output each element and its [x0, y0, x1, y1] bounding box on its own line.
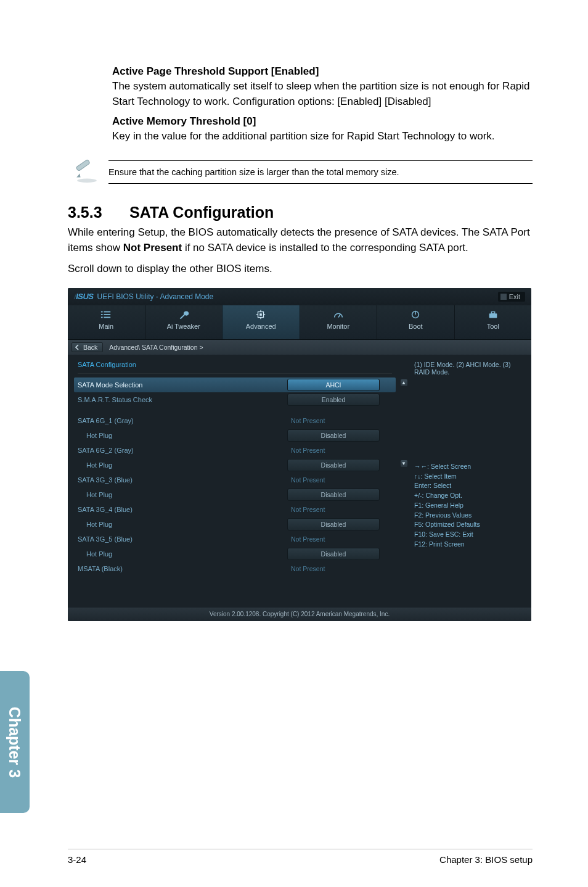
svg-rect-4	[104, 311, 111, 312]
svg-point-0	[77, 179, 97, 183]
back-button[interactable]: Back	[71, 342, 103, 352]
row-sata-mode[interactable]: SATA Mode Selection AHCI	[74, 377, 396, 392]
exit-button[interactable]: Exit	[498, 292, 525, 302]
svg-rect-8	[104, 316, 111, 318]
door-icon	[500, 294, 507, 300]
tab-main[interactable]: Main	[68, 305, 145, 339]
svg-rect-7	[101, 316, 103, 318]
scrollbar[interactable]: ▲ ▼	[399, 355, 408, 608]
tab-advanced[interactable]: Advanced	[223, 305, 300, 339]
svg-rect-6	[104, 314, 111, 315]
bios-help-panel: (1) IDE Mode. (2) AHCI Mode. (3) RAID Mo…	[408, 355, 531, 608]
value-hotplug[interactable]: Disabled	[287, 548, 380, 560]
breadcrumb: Back Advanced\ SATA Configuration >	[68, 340, 531, 355]
bios-screenshot: /ISUS UEFI BIOS Utility - Advanced Mode …	[68, 288, 531, 621]
gauge-icon	[300, 309, 377, 320]
exit-label: Exit	[509, 293, 520, 300]
value-hotplug[interactable]: Disabled	[287, 489, 380, 501]
page-number: 3-24	[68, 854, 86, 865]
bios-settings-panel: SATA Configuration SATA Mode Selection A…	[68, 355, 399, 608]
status-not-present: Not Present	[287, 535, 325, 543]
status-not-present: Not Present	[287, 417, 325, 424]
value-hotplug[interactable]: Disabled	[287, 429, 380, 442]
section-heading: 3.5.3SATA Configuration	[68, 204, 533, 221]
asus-logo: /ISUS	[74, 292, 93, 301]
paragraph: The system automatically set itself to s…	[112, 79, 533, 109]
row-sata2: SATA 6G_2 (Gray) Not Present	[78, 443, 392, 458]
row-sata4: SATA 3G_4 (Blue) Not Present	[78, 502, 392, 517]
section-title: SATA Configuration	[129, 204, 274, 221]
svg-rect-19	[491, 311, 494, 313]
note-callout: Ensure that the caching partition size i…	[74, 158, 533, 186]
note-text: Ensure that the caching partition size i…	[108, 160, 533, 184]
status-not-present: Not Present	[287, 476, 325, 484]
row-sata1-hotplug[interactable]: Hot Plug Disabled	[78, 428, 392, 443]
svg-line-15	[338, 314, 341, 317]
bios-version-footer: Version 2.00.1208. Copyright (C) 2012 Am…	[68, 608, 531, 621]
row-sata5: SATA 3G_5 (Blue) Not Present	[78, 532, 392, 547]
paragraph: Scroll down to display the other BIOS it…	[68, 262, 533, 277]
value-sata-mode[interactable]: AHCI	[287, 379, 380, 391]
row-sata3: SATA 3G_3 (Blue) Not Present	[78, 472, 392, 487]
list-icon	[68, 309, 145, 320]
row-sata3-hotplug[interactable]: Hot Plug Disabled	[78, 487, 392, 502]
key-help: →←: Select Screen ↑↓: Select Item Enter:…	[414, 462, 524, 550]
paragraph: While entering Setup, the BIOS automatic…	[68, 225, 533, 255]
svg-rect-10	[259, 313, 262, 316]
row-sata2-hotplug[interactable]: Hot Plug Disabled	[78, 458, 392, 472]
status-not-present: Not Present	[287, 565, 325, 572]
option-description: (1) IDE Mode. (2) AHCI Mode. (3) RAID Mo…	[414, 361, 524, 376]
row-sata5-hotplug[interactable]: Hot Plug Disabled	[78, 547, 392, 561]
svg-rect-3	[101, 311, 103, 312]
value-smart[interactable]: Enabled	[287, 394, 380, 406]
power-icon	[377, 309, 454, 320]
footer-chapter: Chapter 3: BIOS setup	[439, 854, 533, 865]
value-hotplug[interactable]: Disabled	[287, 459, 380, 471]
row-sata4-hotplug[interactable]: Hot Plug Disabled	[78, 517, 392, 532]
tab-tool[interactable]: Tool	[455, 305, 532, 339]
row-smart[interactable]: S.M.A.R.T. Status Check Enabled	[78, 392, 392, 407]
svg-rect-1	[76, 159, 90, 171]
paragraph: Key in the value for the additional part…	[112, 129, 533, 144]
subheading-active-memory: Active Memory Threshold [0]	[112, 115, 533, 128]
page-footer: 3-24 Chapter 3: BIOS setup	[68, 849, 533, 865]
bios-titlebar: /ISUS UEFI BIOS Utility - Advanced Mode …	[68, 288, 531, 305]
bios-main-menu: Main Ai Tweaker Advanced Monitor Boot To…	[68, 305, 531, 340]
subheading-active-page: Active Page Threshold Support [Enabled]	[112, 65, 533, 78]
bios-title: UEFI BIOS Utility - Advanced Mode	[97, 292, 213, 301]
panel-heading: SATA Configuration	[78, 361, 392, 374]
svg-marker-2	[76, 173, 80, 177]
note-pencil-icon	[74, 158, 108, 186]
breadcrumb-path: Advanced\ SATA Configuration >	[109, 344, 203, 351]
svg-rect-18	[489, 313, 497, 318]
toolbox-icon	[455, 309, 532, 320]
tab-monitor[interactable]: Monitor	[300, 305, 378, 339]
chapter-side-tab: Chapter 3	[0, 671, 30, 813]
arrow-left-icon	[75, 344, 81, 350]
svg-rect-5	[101, 314, 103, 315]
row-msata: MSATA (Black) Not Present	[78, 561, 392, 576]
wrench-icon	[145, 309, 223, 320]
scroll-down-button[interactable]: ▼	[401, 460, 407, 467]
tab-ai-tweaker[interactable]: Ai Tweaker	[145, 305, 223, 339]
chip-icon	[223, 309, 300, 320]
row-sata1: SATA 6G_1 (Gray) Not Present	[78, 413, 392, 428]
scroll-up-button[interactable]: ▲	[401, 379, 407, 386]
status-not-present: Not Present	[287, 447, 325, 454]
status-not-present: Not Present	[287, 506, 325, 513]
tab-boot[interactable]: Boot	[377, 305, 455, 339]
value-hotplug[interactable]: Disabled	[287, 518, 380, 530]
section-number: 3.5.3	[68, 204, 129, 221]
